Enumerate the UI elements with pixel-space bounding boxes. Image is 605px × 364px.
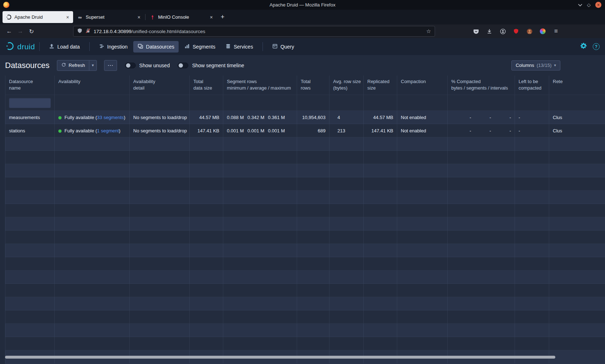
druid-logo[interactable]: druid <box>5 41 35 52</box>
column-header-avg-row-size[interactable]: Avg. row size(bytes) <box>330 76 364 95</box>
profile-avatar-button[interactable] <box>524 26 534 36</box>
table-cell-empty <box>5 231 55 244</box>
columns-count: (13/15) <box>537 63 551 68</box>
refresh-button[interactable]: Refresh <box>57 60 89 70</box>
tab-close-button[interactable]: × <box>66 14 70 20</box>
column-header-pct-compacted[interactable]: % Compactedbytes / segments / intervals <box>448 76 515 95</box>
column-header-availability[interactable]: Availability <box>55 76 130 95</box>
insecure-lock-icon[interactable] <box>85 28 91 35</box>
nav-item-load-data[interactable]: Load data <box>45 41 84 53</box>
segments-link[interactable]: 1 segment <box>97 128 119 133</box>
page-toolbar: Datasources Refresh ▾ ⋯ Show unused Show… <box>0 55 605 76</box>
extension-pinwheel-button[interactable] <box>538 26 548 36</box>
column-header-compaction[interactable]: Compaction <box>397 76 448 95</box>
table-cell-empty <box>190 324 223 337</box>
table-cell-empty <box>397 337 448 350</box>
window-chevron-icon[interactable] <box>578 2 582 8</box>
datasource-name-filter-input[interactable] <box>9 98 51 108</box>
table-cell-empty <box>364 151 397 164</box>
table-cell-empty <box>549 217 605 231</box>
tab-minio-console[interactable]: MinIO Console × <box>146 11 217 23</box>
table-cell-empty <box>330 270 364 284</box>
nav-item-query[interactable]: Query <box>268 41 299 53</box>
table-cell-empty <box>297 164 330 177</box>
column-header-left-to-compact[interactable]: Left to becompacted <box>515 76 549 95</box>
tab-apache-druid[interactable]: Apache Druid × <box>3 11 73 23</box>
replicated-size-cell: 44.57 MB <box>364 111 397 124</box>
columns-button[interactable]: Columns (13/15) ▾ <box>511 60 560 70</box>
column-header-total-rows[interactable]: Totalrows <box>297 76 330 95</box>
show-unused-label: Show unused <box>139 63 170 68</box>
table-cell-empty <box>55 284 130 297</box>
tracking-protection-icon[interactable] <box>77 28 82 35</box>
segments-link[interactable]: 33 segments <box>97 115 124 120</box>
table-cell-empty <box>549 177 605 191</box>
tab-close-button[interactable]: × <box>137 14 141 20</box>
horizontal-scrollbar[interactable] <box>5 356 555 359</box>
window-close-button[interactable]: × <box>595 2 601 8</box>
table-cell-empty <box>190 177 223 191</box>
help-button[interactable]: ? <box>593 43 600 50</box>
nav-item-datasources[interactable]: Datasources <box>133 41 179 53</box>
downloads-button[interactable] <box>484 26 494 36</box>
settings-gear-button[interactable] <box>580 42 587 51</box>
table-cell-empty <box>448 297 515 310</box>
table-cell-empty <box>190 217 223 231</box>
nav-divider <box>89 42 90 51</box>
datasource-name-cell[interactable]: stations <box>5 124 55 137</box>
table-cell-empty <box>190 191 223 204</box>
back-button[interactable]: ← <box>4 26 15 37</box>
show-segment-timeline-switch[interactable] <box>178 63 188 68</box>
toolbar-icon-cluster: ≡ <box>471 26 561 36</box>
new-tab-button[interactable]: + <box>217 12 228 22</box>
bookmark-star-button[interactable]: ☆ <box>426 28 431 35</box>
table-row-empty <box>5 297 605 310</box>
table-cell-empty <box>515 204 549 217</box>
tab-superset[interactable]: ∞ Superset × <box>74 11 144 23</box>
column-header-total-data-size[interactable]: Totaldata size <box>190 76 223 95</box>
retention-cell: Clus <box>549 111 605 124</box>
nav-item-segments[interactable]: Segments <box>180 41 220 53</box>
table-cell-empty <box>55 297 130 310</box>
column-header-segment-rows[interactable]: Segment rowsminimum / average / maximum <box>223 76 297 95</box>
table-cell-empty <box>397 137 448 151</box>
table-cell-empty <box>297 257 330 270</box>
column-header-availability-detail[interactable]: Availabilitydetail <box>130 76 190 95</box>
table-cell-empty <box>5 284 55 297</box>
tab-separator <box>145 14 145 20</box>
table-cell-empty <box>515 231 549 244</box>
total-rows-cell: 10,954,603 <box>297 111 330 124</box>
table-cell-empty <box>397 284 448 297</box>
table-cell-empty <box>5 270 55 284</box>
nav-item-ingestion[interactable]: Ingestion <box>95 41 132 53</box>
table-cell-empty <box>223 284 297 297</box>
account-button[interactable] <box>498 26 508 36</box>
table-cell-empty <box>223 297 297 310</box>
table-row-empty <box>5 257 605 270</box>
table-cell-empty <box>297 191 330 204</box>
url-bar[interactable]: 172.18.0.4:30899/unified-console.html#da… <box>73 26 435 37</box>
table-cell-empty <box>448 204 515 217</box>
table-cell-empty <box>5 164 55 177</box>
column-header-datasource-name[interactable]: Datasourcename <box>5 76 55 95</box>
window-diamond-icon[interactable]: ◇ <box>587 3 591 7</box>
table-cell-empty <box>130 217 190 231</box>
table-cell-empty <box>330 177 364 191</box>
reload-button[interactable]: ↻ <box>26 26 37 37</box>
column-header-retention[interactable]: Rete <box>549 76 605 95</box>
refresh-dropdown-button[interactable]: ▾ <box>89 60 97 70</box>
table-cell-empty <box>448 337 515 350</box>
table-cell-empty <box>364 324 397 337</box>
more-options-button[interactable]: ⋯ <box>104 60 117 71</box>
show-unused-switch[interactable] <box>125 63 136 68</box>
menu-button[interactable]: ≡ <box>551 26 561 36</box>
table-cell-empty <box>448 284 515 297</box>
avg-row-size-cell: 4 <box>330 111 364 124</box>
table-cell-empty <box>515 310 549 324</box>
nav-item-services[interactable]: Services <box>221 41 257 53</box>
datasource-name-cell[interactable]: measurements <box>5 111 55 124</box>
column-header-replicated-size[interactable]: Replicatedsize <box>364 76 397 95</box>
ublock-origin-button[interactable] <box>511 26 521 36</box>
tab-close-button[interactable]: × <box>209 14 214 20</box>
pocket-button[interactable] <box>471 26 481 36</box>
